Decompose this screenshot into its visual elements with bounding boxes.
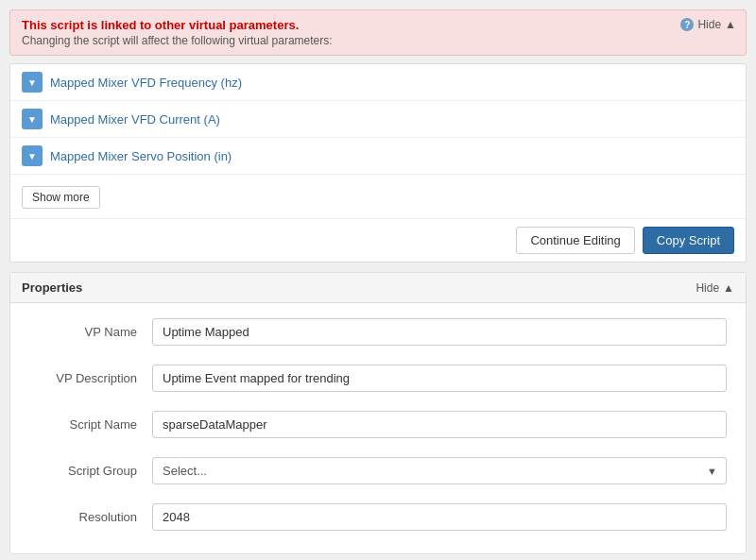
hide-warning-label: Hide xyxy=(697,18,721,31)
vp-name-group: VP Name xyxy=(29,318,727,346)
param-dropdown-btn-2[interactable]: ▼ xyxy=(22,109,43,129)
warning-title: This script is linked to other virtual p… xyxy=(22,18,299,32)
vp-description-input[interactable] xyxy=(152,365,727,392)
vp-name-input[interactable] xyxy=(152,318,727,346)
actions-row: Continue Editing Copy Script xyxy=(10,218,746,262)
properties-section: Properties Hide ▲ VP Name VP Description… xyxy=(9,272,747,554)
hide-properties-button[interactable]: Hide ▲ xyxy=(696,281,734,295)
hide-warning-button[interactable]: ? Hide ▲ xyxy=(680,18,736,31)
param-row-3: ▼ Mapped Mixer Servo Position (in) xyxy=(10,138,746,175)
show-more-button[interactable]: Show more xyxy=(22,186,100,209)
vp-description-group: VP Description xyxy=(29,365,727,392)
chevron-up-icon-props: ▲ xyxy=(723,281,734,295)
hide-properties-label: Hide xyxy=(696,281,719,295)
copy-script-button[interactable]: Copy Script xyxy=(643,227,734,254)
param-dropdown-btn-3[interactable]: ▼ xyxy=(22,145,43,166)
page-wrapper: This script is linked to other virtual p… xyxy=(0,0,756,560)
warning-subtitle: Changing the script will affect the foll… xyxy=(22,34,734,47)
param-name-2: Mapped Mixer VFD Current (A) xyxy=(50,112,220,127)
script-name-input[interactable] xyxy=(152,411,727,438)
vp-description-label: VP Description xyxy=(29,371,152,385)
param-name-1: Mapped Mixer VFD Frequency (hz) xyxy=(50,76,242,90)
script-group-select[interactable]: Select... xyxy=(152,457,727,484)
properties-title: Properties xyxy=(22,280,82,295)
continue-editing-button[interactable]: Continue Editing xyxy=(516,227,634,254)
script-name-label: Script Name xyxy=(29,417,152,432)
script-group-label: Script Group xyxy=(29,464,152,478)
properties-form: VP Name VP Description Script Name Scrip… xyxy=(10,303,746,553)
param-row-2: ▼ Mapped Mixer VFD Current (A) xyxy=(10,101,746,138)
param-name-3: Mapped Mixer Servo Position (in) xyxy=(50,149,232,163)
resolution-label: Resolution xyxy=(29,510,152,524)
chevron-up-icon: ▲ xyxy=(725,18,736,31)
help-icon: ? xyxy=(680,18,694,31)
param-dropdown-btn-1[interactable]: ▼ xyxy=(22,72,43,93)
script-group-select-wrapper: Select... ▼ xyxy=(152,457,727,484)
vp-name-label: VP Name xyxy=(29,325,152,339)
resolution-group: Resolution xyxy=(29,503,727,531)
script-name-group: Script Name xyxy=(29,411,727,438)
properties-header: Properties Hide ▲ xyxy=(10,273,746,303)
warning-banner: This script is linked to other virtual p… xyxy=(9,9,747,56)
script-group-group: Script Group Select... ▼ xyxy=(29,457,727,484)
parameters-section: ▼ Mapped Mixer VFD Frequency (hz) ▼ Mapp… xyxy=(9,63,747,263)
param-row-1: ▼ Mapped Mixer VFD Frequency (hz) xyxy=(10,64,746,101)
resolution-input[interactable] xyxy=(152,503,727,531)
